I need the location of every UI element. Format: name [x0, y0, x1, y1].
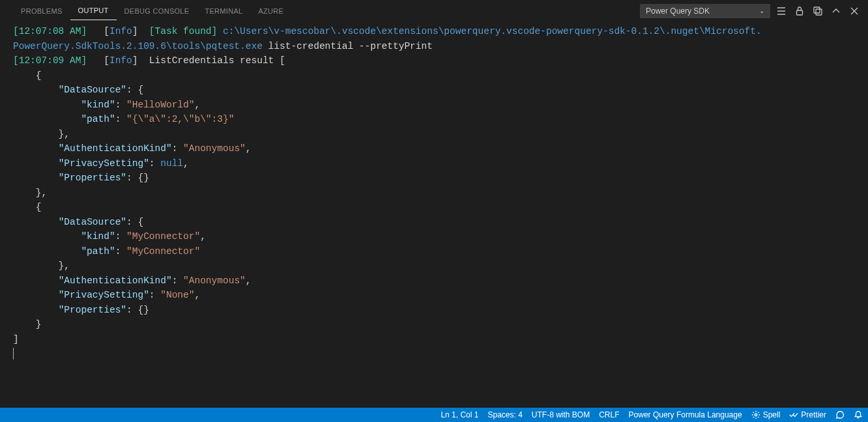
status-eol[interactable]: CRLF — [599, 410, 619, 419]
json-string: "None" — [160, 290, 194, 300]
json-string: "MyConnector" — [126, 231, 200, 242]
tab-terminal[interactable]: TERMINAL — [197, 2, 250, 20]
status-cursor-pos[interactable]: Ln 1, Col 1 — [441, 410, 478, 419]
lock-icon[interactable] — [792, 4, 807, 18]
status-prettier-label: Prettier — [801, 410, 826, 419]
json-string: "Anonymous" — [183, 275, 246, 286]
json-key: "Properties" — [59, 173, 126, 183]
json-key: "PrivacySetting" — [59, 290, 149, 300]
json-key: "DataSource" — [59, 85, 126, 95]
cursor-line — [13, 348, 14, 359]
svg-point-3 — [755, 414, 757, 416]
chevron-up-icon[interactable] — [829, 4, 843, 18]
status-feedback[interactable] — [835, 410, 845, 419]
json-key: "path" — [81, 246, 115, 257]
log-level: Info — [109, 26, 132, 36]
tab-problems[interactable]: PROBLEMS — [13, 2, 70, 20]
json-string: "MyConnector" — [126, 246, 200, 257]
dropdown-label: Power Query SDK — [646, 7, 710, 16]
timestamp: [12:07:09 AM] — [13, 55, 87, 66]
clear-icon[interactable] — [811, 4, 825, 18]
json-string: "Anonymous" — [183, 143, 246, 154]
json-key: "PrivacySetting" — [59, 158, 149, 169]
output-channel-dropdown[interactable]: Power Query SDK ⌄ — [640, 4, 770, 18]
output-panel[interactable]: [12:07:08 AM] [Info] [Task found] c:\Use… — [0, 21, 868, 364]
exe-path: c:\Users\v-mescobar\.vscode\extensions\p… — [223, 26, 762, 36]
status-spell[interactable]: Spell — [751, 410, 781, 419]
svg-rect-0 — [797, 10, 803, 15]
feedback-icon — [835, 410, 845, 419]
json-null: null — [160, 158, 183, 169]
json-key: "AuthenticationKind" — [59, 275, 172, 286]
status-language[interactable]: Power Query Formula Language — [629, 410, 742, 419]
log-level: Info — [109, 55, 132, 66]
bell-icon — [854, 410, 863, 419]
status-prettier[interactable]: Prettier — [789, 410, 826, 419]
tab-output[interactable]: OUTPUT — [70, 1, 117, 20]
chevron-down-icon: ⌄ — [759, 7, 764, 14]
panel-toolbar: Power Query SDK ⌄ — [640, 4, 861, 18]
json-string: "HelloWorld" — [126, 100, 194, 110]
log-msg: ListCredentials result [ — [149, 55, 285, 66]
status-encoding[interactable]: UTF-8 with BOM — [532, 410, 590, 419]
svg-rect-2 — [816, 9, 822, 15]
list-icon[interactable] — [774, 4, 788, 18]
exe-args: list-credential --prettyPrint — [263, 41, 433, 51]
timestamp: [12:07:08 AM] — [13, 26, 87, 36]
json-key: "DataSource" — [59, 217, 126, 227]
json-key: "path" — [81, 114, 115, 124]
json-key: "AuthenticationKind" — [59, 143, 172, 154]
close-icon[interactable] — [847, 4, 861, 18]
exe-path-cont: PowerQuery.SdkTools.2.109.6\tools\pqtest… — [13, 41, 263, 51]
tab-azure[interactable]: AZURE — [250, 2, 291, 20]
svg-rect-1 — [814, 7, 820, 13]
double-check-icon — [789, 410, 798, 419]
status-bar: Ln 1, Col 1 Spaces: 4 UTF-8 with BOM CRL… — [0, 408, 868, 422]
tab-debug-console[interactable]: DEBUG CONSOLE — [117, 2, 197, 20]
task-tag: [Task found] — [149, 26, 217, 36]
panel-tabs: PROBLEMS OUTPUT DEBUG CONSOLE TERMINAL A… — [0, 0, 868, 21]
json-key: "Properties" — [59, 305, 126, 315]
gear-icon — [751, 410, 760, 419]
status-spaces[interactable]: Spaces: 4 — [487, 410, 522, 419]
json-string: "{\"a\":2,\"b\":3}" — [126, 114, 234, 124]
status-bell[interactable] — [854, 410, 863, 419]
json-key: "kind" — [81, 100, 115, 110]
status-spell-label: Spell — [763, 410, 781, 419]
json-key: "kind" — [81, 231, 115, 242]
